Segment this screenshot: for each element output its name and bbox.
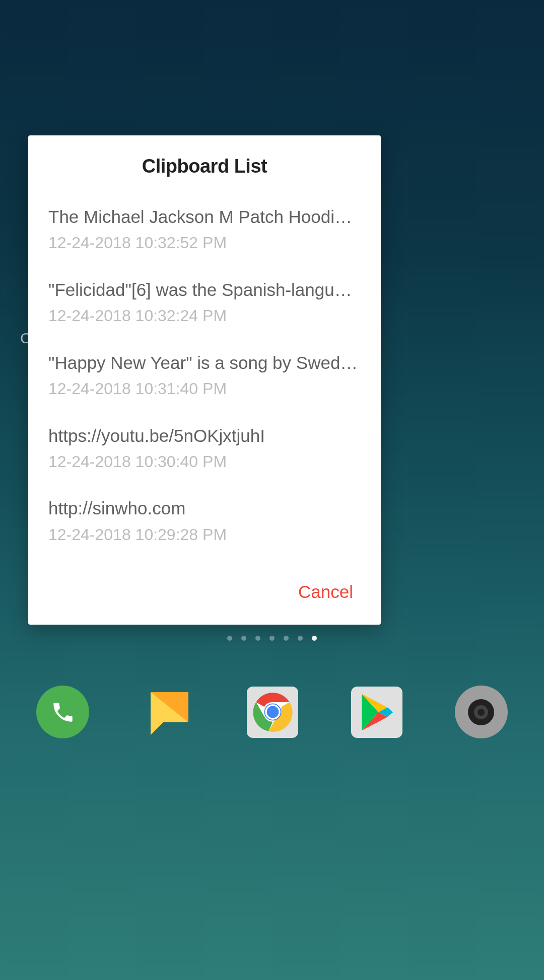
clipboard-dialog: Clipboard List The Michael Jackson M Pat… — [28, 135, 381, 625]
page-indicators — [227, 636, 317, 641]
clipboard-item[interactable]: https://youtu.be/5nOKjxtjuhI 12-24-2018 … — [48, 424, 361, 473]
page-dot[interactable] — [227, 636, 232, 641]
clipboard-item-time: 12-24-2018 10:30:40 PM — [48, 451, 361, 473]
page-dot[interactable] — [298, 636, 303, 641]
clipboard-item-text: http://sinwho.com — [48, 496, 361, 520]
clipboard-item[interactable]: "Happy New Year" is a song by Swedish gr… — [48, 351, 361, 400]
clipboard-item[interactable]: http://sinwho.com 12-24-2018 10:29:28 PM — [48, 496, 361, 545]
svg-point-5 — [478, 709, 485, 716]
phone-icon — [50, 700, 76, 725]
clipboard-item[interactable]: "Felicidad"[6] was the Spanish-language … — [48, 278, 361, 327]
page-dot[interactable] — [241, 636, 246, 641]
messages-app-icon[interactable] — [142, 686, 194, 738]
clipboard-item-text: "Happy New Year" is a song by Swedish gr… — [48, 351, 361, 374]
play-store-app-icon[interactable] — [351, 687, 402, 738]
cancel-button[interactable]: Cancel — [298, 577, 353, 607]
clipboard-item-text: The Michael Jackson M Patch Hoodie featu… — [48, 205, 361, 229]
clipboard-item-text: "Felicidad"[6] was the Spanish-language … — [48, 278, 361, 301]
camera-app-icon[interactable] — [455, 686, 508, 738]
svg-point-2 — [266, 705, 280, 719]
chrome-app-icon[interactable] — [247, 687, 298, 738]
page-dot[interactable] — [284, 636, 289, 641]
dialog-actions: Cancel — [28, 569, 381, 625]
clipboard-item-text: https://youtu.be/5nOKjxtjuhI — [48, 424, 361, 447]
clipboard-item-time: 12-24-2018 10:29:28 PM — [48, 524, 361, 546]
page-dot[interactable] — [255, 636, 260, 641]
page-dot[interactable] — [269, 636, 275, 641]
dialog-title: Clipboard List — [28, 156, 381, 177]
clipboard-item-time: 12-24-2018 10:32:24 PM — [48, 306, 361, 327]
clipboard-item-time: 12-24-2018 10:32:52 PM — [48, 233, 361, 254]
camera-icon — [466, 697, 496, 727]
phone-app-icon[interactable] — [36, 686, 89, 738]
dock — [0, 686, 544, 738]
play-store-icon — [358, 692, 395, 732]
chrome-icon — [251, 691, 294, 733]
page-dot-active[interactable] — [312, 636, 317, 641]
messages-icon — [143, 687, 193, 737]
clipboard-item-time: 12-24-2018 10:31:40 PM — [48, 379, 361, 400]
clipboard-list: The Michael Jackson M Patch Hoodie featu… — [28, 205, 381, 545]
clipboard-item[interactable]: The Michael Jackson M Patch Hoodie featu… — [48, 205, 361, 254]
